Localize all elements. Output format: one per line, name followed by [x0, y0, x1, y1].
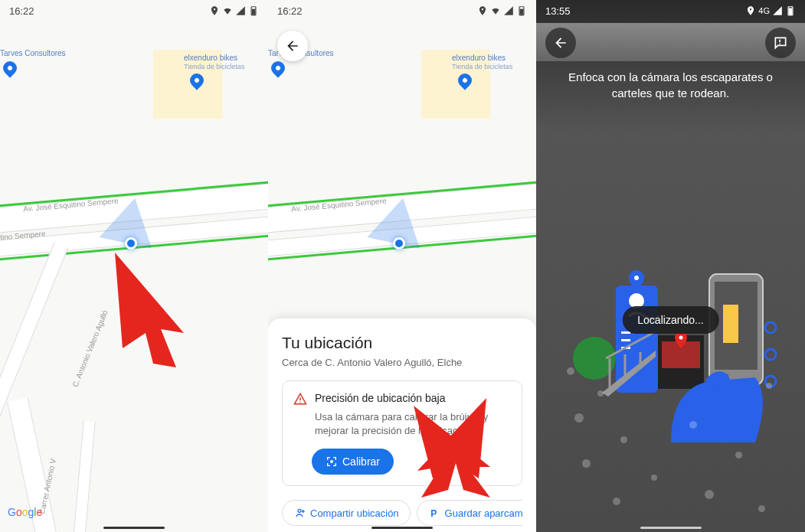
- wifi-icon: [222, 5, 233, 16]
- chip-label: Guardar aparcamiento: [445, 508, 522, 519]
- chip-label: Compartir ubicación: [310, 508, 399, 519]
- poi-sublabel: Tienda de bicicletas: [184, 63, 244, 70]
- person-add-icon: [293, 507, 306, 519]
- sheet-subtitle: Cerca de C. Antonio Valero Agulló, Elche: [282, 357, 522, 368]
- poi[interactable]: elxenduro bikes Tienda de bicicletas: [452, 54, 512, 87]
- battery-icon: [248, 5, 259, 16]
- poi-label: elxenduro bikes: [452, 54, 512, 63]
- status-time: 16:22: [277, 5, 303, 17]
- status-time: 13:55: [545, 5, 571, 17]
- calibrate-button[interactable]: Calibrar: [312, 449, 394, 475]
- location-icon: [209, 5, 220, 16]
- poi[interactable]: elxenduro bikes Tienda de bicicletas: [184, 54, 244, 87]
- poi-pin-icon: [455, 70, 474, 90]
- back-button[interactable]: [545, 28, 576, 58]
- screenshot-location-sheet: Av. José Esquitino Sempere Tarves Consul…: [268, 0, 536, 532]
- poi-label: elxenduro bikes: [184, 54, 244, 63]
- location-icon: [745, 5, 756, 16]
- tutorial-arrow-icon: [406, 390, 498, 498]
- network-label: 4G: [758, 6, 770, 15]
- chat-bubble-icon: [773, 35, 788, 51]
- poi-sublabel: Tienda de bicicletas: [452, 63, 512, 70]
- location-icon: [477, 5, 488, 16]
- svg-point-14: [779, 43, 780, 44]
- svg-rect-3: [520, 9, 524, 15]
- warning-triangle-icon: [293, 392, 307, 406]
- status-bar: 16:22: [268, 0, 536, 21]
- svg-point-6: [330, 460, 333, 463]
- battery-icon: [785, 5, 796, 16]
- poi-pin-icon: [187, 70, 206, 90]
- tutorial-arrow-icon: [100, 245, 199, 367]
- status-bar: 16:22: [0, 0, 268, 21]
- battery-icon: [516, 5, 527, 16]
- signal-icon: [772, 5, 783, 16]
- poi-pin-icon: [268, 58, 287, 77]
- svg-rect-12: [789, 8, 793, 15]
- sheet-title: Tu ubicación: [282, 334, 522, 352]
- svg-text:P: P: [430, 508, 437, 519]
- home-indicator: [371, 527, 433, 529]
- save-parking-chip[interactable]: P Guardar aparcamiento: [417, 500, 522, 526]
- poi-pin-icon: [0, 58, 19, 77]
- ar-instruction-text: Enfoca con la cámara los escaparates o c…: [551, 69, 790, 101]
- ar-status-text: Localizando...: [637, 314, 703, 326]
- home-indicator: [103, 527, 165, 529]
- my-location-dot[interactable]: [393, 237, 405, 250]
- arrow-left-icon: [553, 35, 568, 51]
- back-button[interactable]: [277, 31, 308, 61]
- wifi-icon: [490, 5, 501, 16]
- signal-icon: [503, 5, 514, 16]
- location-scan-icon: [326, 455, 338, 468]
- arrow-left-icon: [285, 38, 300, 54]
- svg-rect-1: [252, 9, 256, 15]
- feedback-button[interactable]: [765, 28, 796, 58]
- parking-icon: P: [428, 507, 440, 519]
- poi[interactable]: Tarves Consultores: [0, 49, 66, 75]
- screenshot-ar-calibrate: 13:55 4G Enfoca con la cámara los escapa…: [536, 0, 805, 532]
- share-location-chip[interactable]: Compartir ubicación: [282, 500, 411, 526]
- signal-icon: [235, 5, 246, 16]
- svg-point-7: [298, 509, 301, 512]
- google-logo: Google: [8, 506, 42, 518]
- status-time: 16:22: [9, 5, 34, 17]
- ar-status-pill: Localizando...: [622, 306, 718, 334]
- poi-label: Tarves Consultores: [0, 49, 66, 58]
- road: [70, 421, 95, 532]
- svg-point-5: [299, 401, 301, 403]
- status-bar: 13:55 4G: [536, 0, 805, 21]
- calibrate-label: Calibrar: [342, 455, 380, 468]
- screenshot-map-view: Av. José Esquitino Sempere tino Sempere …: [0, 0, 268, 532]
